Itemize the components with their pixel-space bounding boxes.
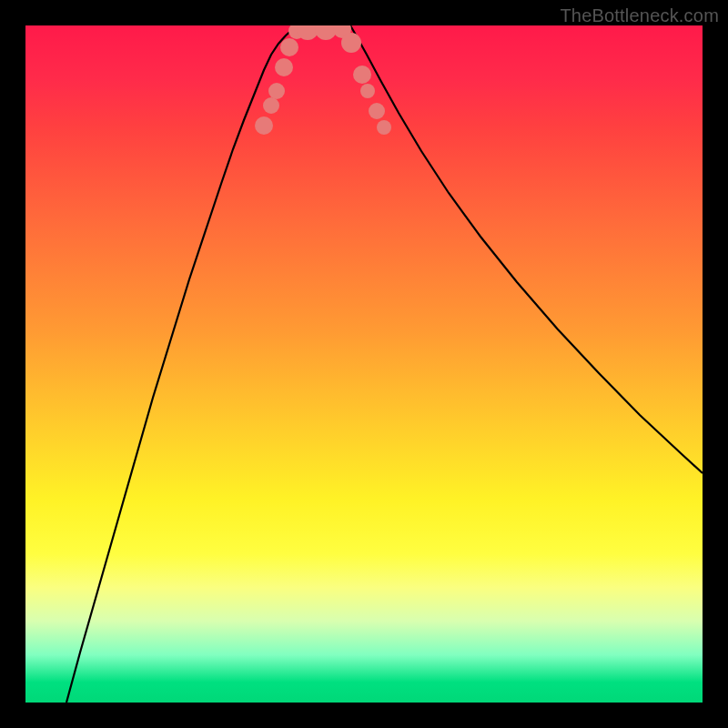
watermark-text: TheBottleneck.com (560, 5, 719, 26)
data-marker (377, 120, 391, 135)
data-marker (275, 58, 293, 76)
data-marker (360, 84, 375, 98)
chart-svg (25, 25, 703, 703)
data-marker (369, 103, 385, 119)
data-marker (341, 33, 361, 53)
data-marker (353, 66, 371, 84)
data-marker (268, 83, 285, 99)
data-marker (255, 116, 273, 135)
plot-background (25, 25, 703, 703)
data-marker (280, 38, 298, 56)
data-marker (263, 97, 279, 114)
